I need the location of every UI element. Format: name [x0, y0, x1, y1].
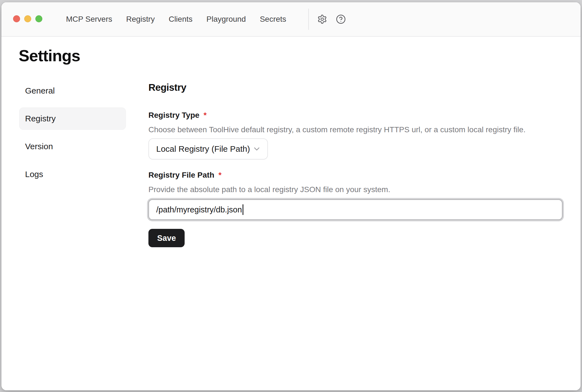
- sidebar-item-registry[interactable]: Registry: [19, 107, 126, 130]
- section-title: Registry: [148, 82, 186, 93]
- required-asterisk: *: [204, 111, 207, 120]
- registry-file-path-value: /path/myregistry/db.json: [156, 205, 242, 214]
- settings-sidebar: General Registry Version Logs: [19, 80, 126, 185]
- text-cursor: [243, 204, 243, 215]
- zoom-window-button[interactable]: [35, 15, 42, 22]
- titlebar: MCP Servers Registry Clients Playground …: [1, 2, 581, 37]
- window-controls: [13, 15, 42, 22]
- registry-type-label: Registry Type *: [148, 111, 207, 120]
- sidebar-item-logs[interactable]: Logs: [19, 163, 126, 185]
- nav-item-secrets[interactable]: Secrets: [260, 15, 286, 24]
- registry-type-selected-value: Local Registry (File Path): [156, 144, 252, 154]
- required-asterisk: *: [219, 171, 222, 180]
- page-title: Settings: [19, 46, 80, 65]
- gear-icon: [317, 14, 327, 24]
- minimize-window-button[interactable]: [24, 15, 31, 22]
- registry-file-path-description: Provide the absolute path to a local reg…: [148, 185, 390, 194]
- nav-item-mcp-servers[interactable]: MCP Servers: [66, 15, 112, 24]
- sidebar-item-general[interactable]: General: [19, 80, 126, 102]
- nav-item-playground[interactable]: Playground: [206, 15, 246, 24]
- nav-item-registry[interactable]: Registry: [126, 15, 155, 24]
- help-circle-icon: [336, 14, 346, 24]
- sidebar-item-label: General: [25, 86, 55, 95]
- close-window-button[interactable]: [13, 15, 20, 22]
- save-button[interactable]: Save: [148, 229, 185, 247]
- nav-item-clients[interactable]: Clients: [169, 15, 193, 24]
- app-window: MCP Servers Registry Clients Playground …: [1, 2, 581, 390]
- registry-file-path-input[interactable]: /path/myregistry/db.json: [148, 199, 563, 220]
- registry-type-select[interactable]: Local Registry (File Path): [148, 138, 268, 160]
- sidebar-item-label: Version: [25, 142, 53, 151]
- top-navigation: MCP Servers Registry Clients Playground …: [66, 2, 286, 36]
- chevron-down-icon: [252, 144, 261, 153]
- help-button[interactable]: [335, 14, 346, 25]
- settings-gear-button[interactable]: [317, 14, 328, 25]
- registry-file-path-label: Registry File Path *: [148, 171, 221, 180]
- sidebar-item-label: Registry: [25, 114, 56, 123]
- titlebar-divider: [308, 9, 309, 30]
- sidebar-item-label: Logs: [25, 170, 43, 179]
- registry-type-description: Choose between ToolHive default registry…: [148, 125, 525, 134]
- sidebar-item-version[interactable]: Version: [19, 135, 126, 158]
